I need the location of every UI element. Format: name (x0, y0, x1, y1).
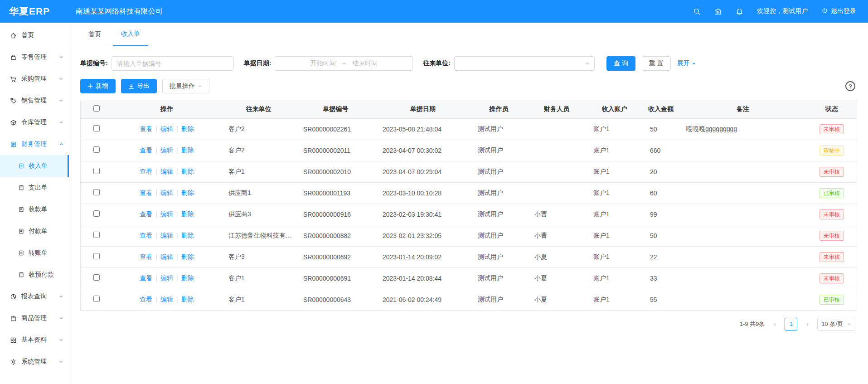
delete-link[interactable]: 删除 (181, 146, 194, 154)
delete-link[interactable]: 删除 (181, 253, 194, 260)
cell-partner: 供应商1 (221, 182, 296, 204)
sidebar-item-prepaid-bill[interactable]: 收预付款 (0, 264, 69, 286)
row-checkbox[interactable] (93, 296, 100, 302)
view-link[interactable]: 查看 (140, 146, 152, 154)
row-checkbox[interactable] (93, 210, 100, 217)
edit-link[interactable]: 编辑 (160, 146, 173, 154)
view-link[interactable]: 查看 (140, 125, 152, 132)
cell-account: 账户1 (586, 204, 643, 225)
sidebar-item-transfer-bill[interactable]: 转账单 (0, 242, 69, 264)
view-link[interactable]: 查看 (140, 210, 152, 218)
sidebar-item-income-bill[interactable]: 收入单 (0, 155, 69, 177)
row-checkbox[interactable] (93, 274, 100, 281)
sidebar-item-warehouse[interactable]: 仓库管理 (0, 112, 69, 133)
sidebar-item-sales[interactable]: 销售管理 (0, 90, 69, 112)
sidebar-item-label: 付款单 (29, 227, 48, 235)
edit-link[interactable]: 编辑 (160, 232, 173, 239)
table-row: 查看|编辑|删除供应商3SR000000009162023-02-03 19:3… (81, 204, 857, 225)
delete-link[interactable]: 删除 (181, 274, 194, 282)
expand-link[interactable]: 展开 (677, 59, 696, 68)
next-page-button[interactable]: › (802, 318, 813, 331)
add-button[interactable]: 新增 (80, 79, 116, 93)
search-icon[interactable] (693, 8, 701, 15)
edit-link[interactable]: 编辑 (160, 189, 173, 196)
view-link[interactable]: 查看 (140, 274, 152, 282)
cell-date: 2023-04-07 00:30:02 (375, 140, 470, 161)
delete-link[interactable]: 删除 (181, 125, 194, 132)
date-range-picker[interactable]: 开始时间 ~ 结束时间 (275, 56, 413, 71)
sidebar-item-label: 销售管理 (21, 97, 47, 105)
delete-link[interactable]: 删除 (181, 189, 194, 196)
sidebar-item-system[interactable]: 系统管理 (0, 351, 69, 373)
cell-remark (679, 246, 807, 267)
row-checkbox[interactable] (93, 168, 100, 174)
view-link[interactable]: 查看 (140, 253, 152, 260)
current-page-button[interactable]: 1 (785, 318, 797, 331)
reset-button[interactable]: 重 置 (642, 56, 671, 71)
cell-date: 2023-03-10 00:10:28 (375, 182, 470, 204)
delete-link[interactable]: 删除 (181, 168, 194, 175)
sidebar-item-receipt-bill[interactable]: 收款单 (0, 199, 69, 220)
help-icon[interactable]: ? (845, 81, 855, 91)
logout-button[interactable]: 退出登录 (821, 7, 856, 15)
sidebar-item-report[interactable]: 报表查询 (0, 286, 69, 307)
row-checkbox[interactable] (93, 189, 100, 195)
prev-page-button[interactable]: ‹ (769, 318, 780, 331)
page-size-label: 10 条/页 (821, 320, 843, 328)
delete-link[interactable]: 删除 (181, 210, 194, 218)
edit-link[interactable]: 编辑 (160, 210, 173, 218)
action-separator: | (176, 253, 178, 260)
cell-bill-no: SR00000000643 (296, 289, 375, 310)
view-link[interactable]: 查看 (140, 168, 152, 175)
cell-amount: 99 (643, 204, 679, 225)
edit-link[interactable]: 编辑 (160, 296, 173, 303)
select-all-checkbox[interactable] (93, 105, 100, 112)
cell-account: 账户1 (586, 289, 643, 310)
sidebar-item-retail[interactable]: 零售管理 (0, 46, 69, 68)
basic-icon (10, 337, 17, 344)
row-checkbox[interactable] (93, 232, 100, 238)
bill-date-label: 单据日期: (244, 59, 272, 68)
sidebar-item-label: 首页 (21, 31, 34, 39)
row-checkbox[interactable] (93, 146, 100, 153)
retail-icon (10, 54, 17, 61)
bill-no-input[interactable] (112, 56, 234, 71)
sidebar-item-home[interactable]: 首页 (0, 24, 69, 46)
bank-icon[interactable] (714, 8, 722, 15)
bell-icon[interactable] (736, 8, 743, 15)
tab-income[interactable]: 收入单 (113, 23, 148, 46)
edit-link[interactable]: 编辑 (160, 168, 173, 175)
toolbar: 新增 导出 批量操作 ? (69, 76, 868, 100)
sidebar-item-payment-bill[interactable]: 付款单 (0, 220, 69, 242)
row-checkbox[interactable] (93, 125, 100, 131)
batch-operations-button[interactable]: 批量操作 (162, 79, 209, 93)
row-checkbox[interactable] (93, 253, 100, 259)
partner-select[interactable] (454, 56, 595, 71)
table-row: 查看|编辑|删除客户2SR000000020112023-04-07 00:30… (81, 140, 857, 161)
document-icon (18, 250, 24, 256)
export-button[interactable]: 导出 (121, 79, 157, 93)
edit-link[interactable]: 编辑 (160, 125, 173, 132)
view-link[interactable]: 查看 (140, 189, 152, 196)
sidebar-item-basic[interactable]: 基本资料 (0, 329, 69, 351)
sidebar-item-purchase[interactable]: 采购管理 (0, 68, 69, 90)
delete-link[interactable]: 删除 (181, 296, 194, 303)
view-link[interactable]: 查看 (140, 296, 152, 303)
chevron-down-icon (59, 360, 63, 364)
table-row: 查看|编辑|删除江苏德鲁生物科技有限...SR000000008822023-0… (81, 225, 857, 246)
status-badge: 未审核 (820, 231, 844, 241)
column-header-operator: 操作员 (470, 100, 527, 118)
sidebar-item-expense-bill[interactable]: 支出单 (0, 177, 69, 199)
action-separator: | (155, 274, 157, 282)
search-button[interactable]: 查 询 (606, 56, 635, 71)
sidebar-item-goods[interactable]: 商品管理 (0, 307, 69, 329)
sidebar-item-finance[interactable]: 财务管理 (0, 133, 69, 155)
cell-bill-no: SR00000000916 (296, 204, 375, 225)
delete-link[interactable]: 删除 (181, 232, 194, 239)
page-size-select[interactable]: 10 条/页 (817, 318, 855, 331)
edit-link[interactable]: 编辑 (160, 253, 173, 260)
view-link[interactable]: 查看 (140, 232, 152, 239)
tab-home[interactable]: 首页 (80, 23, 109, 46)
edit-link[interactable]: 编辑 (160, 274, 173, 282)
column-header-amount: 收入金额 (643, 100, 679, 118)
